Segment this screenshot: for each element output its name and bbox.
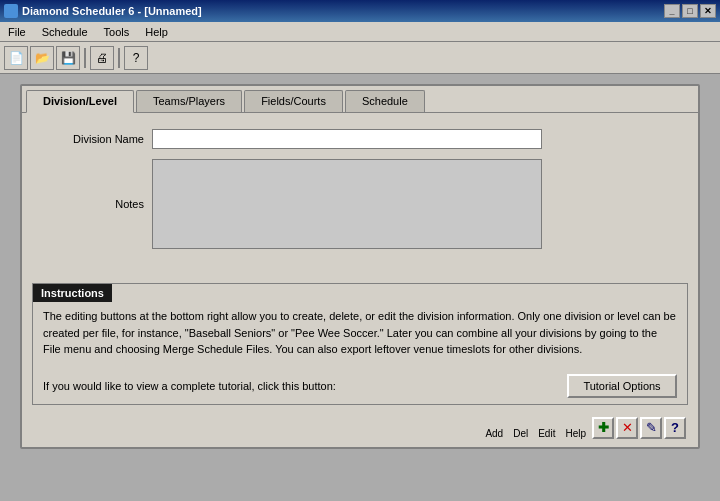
notes-label: Notes (42, 198, 152, 210)
window-title: Diamond Scheduler 6 - [Unnamed] (22, 5, 202, 17)
tab-schedule[interactable]: Schedule (345, 90, 425, 112)
app-icon (4, 4, 18, 18)
edit-label: Edit (538, 428, 555, 439)
open-button[interactable]: 📂 (30, 46, 54, 70)
toolbar-separator2 (118, 48, 120, 68)
add-label: Add (485, 428, 503, 439)
tab-division[interactable]: Division/Level (26, 90, 134, 113)
instructions-header: Instructions (33, 284, 112, 302)
tutorial-options-button[interactable]: Tutorial Options (567, 374, 677, 398)
close-button[interactable]: ✕ (700, 4, 716, 18)
tab-panel: Division/Level Teams/Players Fields/Cour… (20, 84, 700, 449)
menu-tools[interactable]: Tools (100, 24, 134, 40)
edit-button[interactable]: ✎ (640, 417, 662, 439)
action-labels: Add Del Edit Help (485, 428, 586, 439)
window-controls: _ □ ✕ (664, 4, 716, 18)
title-bar: Diamond Scheduler 6 - [Unnamed] _ □ ✕ (0, 0, 720, 22)
division-name-input[interactable] (152, 129, 542, 149)
menu-bar: File Schedule Tools Help (0, 22, 720, 42)
help-button[interactable]: ? (664, 417, 686, 439)
division-name-label: Division Name (42, 133, 152, 145)
instructions-area: Instructions The editing buttons at the … (32, 283, 688, 405)
menu-schedule[interactable]: Schedule (38, 24, 92, 40)
menu-help[interactable]: Help (141, 24, 172, 40)
print-button[interactable]: 🖨 (90, 46, 114, 70)
new-button[interactable]: 📄 (4, 46, 28, 70)
tab-content: Division Name Notes (22, 112, 698, 275)
help-label: Help (565, 428, 586, 439)
toolbar: 📄 📂 💾 🖨 ? (0, 42, 720, 74)
tab-fields[interactable]: Fields/Courts (244, 90, 343, 112)
main-area: Division/Level Teams/Players Fields/Cour… (0, 74, 720, 501)
del-label: Del (513, 428, 528, 439)
delete-button[interactable]: ✕ (616, 417, 638, 439)
maximize-button[interactable]: □ (682, 4, 698, 18)
minimize-button[interactable]: _ (664, 4, 680, 18)
tab-bar: Division/Level Teams/Players Fields/Cour… (22, 86, 698, 112)
notes-row: Notes (42, 159, 678, 249)
tutorial-row: If you would like to view a complete tut… (33, 368, 687, 404)
notes-textarea[interactable] (152, 159, 542, 249)
save-button[interactable]: 💾 (56, 46, 80, 70)
instructions-body: The editing buttons at the bottom right … (33, 302, 687, 368)
help-toolbar-button[interactable]: ? (124, 46, 148, 70)
division-name-row: Division Name (42, 129, 678, 149)
menu-file[interactable]: File (4, 24, 30, 40)
add-button[interactable]: ✚ (592, 417, 614, 439)
tab-teams[interactable]: Teams/Players (136, 90, 242, 112)
bottom-bar: Add Del Edit Help ✚ ✕ ✎ ? (22, 413, 698, 447)
toolbar-separator (84, 48, 86, 68)
tutorial-label: If you would like to view a complete tut… (43, 380, 336, 392)
